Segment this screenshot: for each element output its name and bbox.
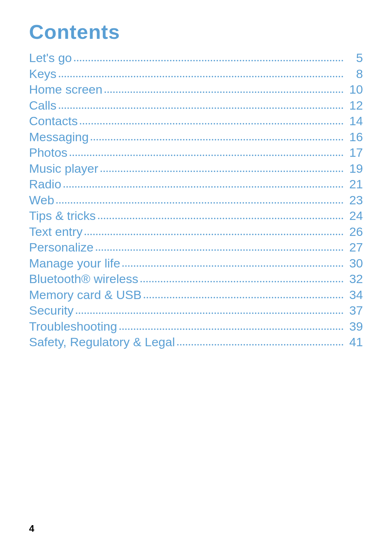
toc-page-number: 10 bbox=[346, 82, 363, 97]
toc-leader bbox=[101, 171, 343, 172]
toc-entry: Contacts 14 bbox=[29, 113, 363, 129]
toc-page-number: 5 bbox=[346, 50, 363, 66]
toc-title-link[interactable]: Messaging bbox=[29, 129, 89, 145]
toc-page-number: 32 bbox=[346, 271, 363, 287]
toc-title-link[interactable]: Security bbox=[29, 303, 74, 318]
toc-page-number: 30 bbox=[346, 255, 363, 271]
toc-title-link[interactable]: Safety, Regulatory & Legal bbox=[29, 334, 175, 350]
toc-leader bbox=[76, 312, 343, 314]
toc-title-link[interactable]: Music player bbox=[29, 161, 98, 176]
toc-title-link[interactable]: Contacts bbox=[29, 113, 78, 129]
toc-entry: Tips & tricks 24 bbox=[29, 208, 363, 224]
toc-page-number: 19 bbox=[346, 161, 363, 176]
toc-leader bbox=[70, 155, 343, 156]
toc-title-link[interactable]: Let's go bbox=[29, 50, 72, 66]
toc-leader bbox=[119, 328, 343, 330]
toc-leader bbox=[74, 60, 343, 61]
toc-page-number: 37 bbox=[346, 303, 363, 318]
toc-page-number: 14 bbox=[346, 113, 363, 129]
toc-page-number: 21 bbox=[346, 176, 363, 192]
toc-title-link[interactable]: Memory card & USB bbox=[29, 287, 142, 303]
toc-title-link[interactable]: Troubleshooting bbox=[29, 319, 117, 334]
toc-entry: Security 37 bbox=[29, 303, 363, 318]
toc-leader bbox=[140, 281, 343, 282]
toc-entry: Let's go 5 bbox=[29, 50, 363, 66]
toc-page-number: 12 bbox=[346, 98, 363, 113]
toc-leader bbox=[80, 123, 343, 124]
page-number: 4 bbox=[29, 523, 34, 534]
toc-entry: Personalize 27 bbox=[29, 240, 363, 255]
toc-entry: Messaging 16 bbox=[29, 129, 363, 145]
toc-entry: Home screen 10 bbox=[29, 82, 363, 97]
toc-title-link[interactable]: Bluetooth® wireless bbox=[29, 271, 138, 287]
toc-entry: Memory card & USB 34 bbox=[29, 287, 363, 303]
toc-page-number: 39 bbox=[346, 319, 363, 334]
toc-entry: Troubleshooting 39 bbox=[29, 319, 363, 334]
toc-list: Let's go 5 Keys 8 Home screen 10 Calls 1… bbox=[29, 50, 363, 350]
toc-title-link[interactable]: Web bbox=[29, 192, 54, 208]
toc-leader bbox=[144, 297, 343, 298]
toc-page-number: 16 bbox=[346, 129, 363, 145]
toc-entry: Manage your life 30 bbox=[29, 255, 363, 271]
toc-page-number: 17 bbox=[346, 145, 363, 160]
toc-leader bbox=[59, 107, 343, 109]
toc-title-link[interactable]: Manage your life bbox=[29, 255, 120, 271]
toc-leader bbox=[85, 234, 343, 235]
toc-page-number: 34 bbox=[346, 287, 363, 303]
toc-page-number: 26 bbox=[346, 224, 363, 240]
toc-entry: Web 23 bbox=[29, 192, 363, 208]
toc-leader bbox=[59, 76, 343, 77]
toc-entry: Music player 19 bbox=[29, 161, 363, 176]
toc-title-link[interactable]: Radio bbox=[29, 176, 61, 192]
toc-page-number: 8 bbox=[346, 66, 363, 82]
toc-entry: Text entry 26 bbox=[29, 224, 363, 240]
toc-entry: Radio 21 bbox=[29, 176, 363, 192]
toc-leader bbox=[96, 249, 343, 251]
toc-entry: Bluetooth® wireless 32 bbox=[29, 271, 363, 287]
toc-title-link[interactable]: Home screen bbox=[29, 82, 102, 97]
toc-title-link[interactable]: Personalize bbox=[29, 240, 94, 255]
toc-title-link[interactable]: Text entry bbox=[29, 224, 82, 240]
toc-entry: Photos 17 bbox=[29, 145, 363, 160]
toc-page-number: 24 bbox=[346, 208, 363, 224]
toc-entry: Calls 12 bbox=[29, 98, 363, 113]
toc-entry: Keys 8 bbox=[29, 66, 363, 82]
toc-leader bbox=[64, 186, 343, 188]
toc-leader bbox=[98, 218, 343, 219]
toc-page-number: 27 bbox=[346, 240, 363, 255]
toc-leader bbox=[177, 344, 343, 346]
toc-title-link[interactable]: Keys bbox=[29, 66, 57, 82]
toc-leader bbox=[91, 139, 343, 140]
toc-title-link[interactable]: Photos bbox=[29, 145, 68, 160]
toc-page-number: 41 bbox=[346, 334, 363, 350]
toc-title-link[interactable]: Calls bbox=[29, 98, 57, 113]
toc-leader bbox=[122, 265, 343, 267]
toc-leader bbox=[56, 202, 343, 204]
toc-title-link[interactable]: Tips & tricks bbox=[29, 208, 96, 224]
toc-leader bbox=[105, 91, 343, 93]
toc-page-number: 23 bbox=[346, 192, 363, 208]
contents-heading: Contents bbox=[29, 20, 363, 44]
toc-entry: Safety, Regulatory & Legal 41 bbox=[29, 334, 363, 350]
